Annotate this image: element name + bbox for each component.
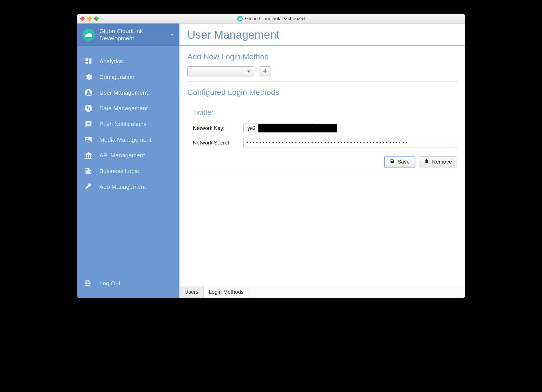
sidebar-item-data-management[interactable]: Data Management: [77, 101, 179, 116]
sidebar-item-label: Analytics: [99, 58, 123, 65]
remove-button[interactable]: Remove: [419, 156, 457, 167]
svg-rect-17: [88, 172, 88, 172]
zoom-window-button[interactable]: [94, 17, 99, 21]
save-icon: [390, 159, 395, 165]
svg-rect-13: [88, 169, 88, 170]
sidebar-item-label: Data Management: [99, 105, 148, 112]
cloud-logo-icon: [83, 29, 95, 41]
sidebar-item-label: Business Logic: [99, 168, 139, 174]
divider: [187, 102, 457, 102]
window-title-wrap: Gluon CloudLink Dashboard: [237, 16, 305, 22]
sidebar-item-analytics[interactable]: Analytics: [77, 53, 179, 69]
svg-rect-19: [90, 172, 91, 173]
trash-icon: [424, 159, 429, 165]
logout-icon: [84, 279, 93, 287]
network-secret-row: Network Secret:: [187, 136, 457, 150]
tabbar-fill: [249, 286, 465, 298]
gear-icon: [84, 73, 93, 81]
sidebar-item-label: Push Notifications: [99, 121, 146, 127]
sidebar-item-label: API Management: [99, 152, 145, 159]
save-label: Save: [398, 159, 410, 165]
sidebar-item-app-management[interactable]: App Management: [77, 179, 179, 195]
button-row: Save Remove: [187, 150, 457, 170]
sidebar: Gluon CloudLink Development ▼ Analytics …: [77, 24, 179, 298]
svg-rect-12: [86, 169, 87, 170]
sidebar-item-label: Configuration: [99, 74, 134, 80]
user-icon: [84, 89, 93, 97]
app-logo-icon: [237, 16, 243, 22]
window-title: Gluon CloudLink Dashboard: [245, 16, 305, 22]
svg-point-7: [87, 123, 88, 124]
building-icon: [84, 167, 93, 175]
network-secret-label: Network Secret:: [193, 140, 243, 146]
logout-button[interactable]: Log Out: [77, 273, 179, 298]
network-secret-input[interactable]: [243, 138, 457, 148]
bottom-tabbar: Users Login Methods: [179, 286, 465, 298]
window-controls: [80, 17, 99, 21]
tab-users[interactable]: Users: [179, 286, 204, 298]
sidebar-item-media-management[interactable]: Media Management: [77, 132, 179, 148]
titlebar: Gluon CloudLink Dashboard: [77, 14, 465, 24]
svg-point-8: [88, 123, 89, 124]
login-method-select[interactable]: [187, 66, 254, 76]
app-switcher-label: Gluon CloudLink Development: [99, 27, 166, 42]
close-window-button[interactable]: [80, 17, 85, 21]
svg-point-9: [89, 123, 90, 124]
remove-label: Remove: [432, 159, 452, 165]
minimize-window-button[interactable]: [87, 17, 92, 21]
add-login-heading: Add New Login Method: [187, 52, 457, 61]
network-key-row: Network Key:: [187, 121, 457, 136]
chat-icon: [84, 120, 93, 128]
bank-icon: [84, 151, 93, 159]
svg-point-6: [85, 105, 92, 112]
plus-icon: ✚: [263, 68, 268, 75]
svg-rect-18: [90, 171, 91, 172]
sidebar-item-user-management[interactable]: User Management: [77, 85, 179, 101]
app-window: Gluon CloudLink Dashboard Gluon CloudLin…: [77, 14, 465, 298]
main: User Management Add New Login Method ✚ C…: [179, 24, 465, 298]
content: Add New Login Method ✚ Configured Login …: [179, 46, 465, 286]
app-switcher[interactable]: Gluon CloudLink Development ▼: [77, 24, 179, 46]
svg-rect-15: [88, 170, 88, 171]
svg-rect-16: [86, 172, 87, 172]
redaction-block: [258, 124, 337, 132]
chevron-down-icon: ▼: [170, 33, 174, 37]
svg-rect-14: [86, 170, 87, 171]
sidebar-item-api-management[interactable]: API Management: [77, 148, 179, 163]
logout-label: Log Out: [99, 280, 120, 287]
svg-rect-3: [86, 62, 88, 64]
tab-login-methods[interactable]: Login Methods: [204, 286, 249, 298]
sidebar-item-push-notifications[interactable]: Push Notifications: [77, 116, 179, 132]
sidebar-item-configuration[interactable]: Configuration: [77, 69, 179, 85]
page-title: User Management: [179, 24, 465, 46]
add-login-row: ✚: [187, 66, 457, 76]
svg-rect-0: [86, 58, 88, 61]
svg-rect-1: [89, 58, 91, 60]
sidebar-item-label: Media Management: [99, 136, 151, 143]
provider-name: Twitter: [193, 108, 457, 116]
divider: [187, 81, 457, 82]
svg-point-11: [87, 138, 88, 139]
sidebar-item-business-logic[interactable]: Business Logic: [77, 163, 179, 179]
svg-point-5: [87, 90, 90, 93]
divider: [187, 175, 457, 175]
sidebar-item-label: App Management: [99, 183, 146, 190]
add-login-button[interactable]: ✚: [259, 66, 271, 76]
nav: Analytics Configuration User Management: [77, 46, 179, 274]
sidebar-item-label: User Management: [99, 89, 148, 96]
caret-down-icon: [247, 71, 250, 73]
configured-heading: Configured Login Methods: [187, 88, 457, 97]
dashboard-icon: [84, 57, 93, 65]
data-sync-icon: [84, 104, 93, 112]
network-key-label: Network Key:: [193, 125, 243, 131]
save-button[interactable]: Save: [384, 156, 415, 167]
svg-rect-2: [89, 60, 91, 64]
image-icon: [84, 136, 93, 144]
wrench-icon: [84, 183, 93, 191]
